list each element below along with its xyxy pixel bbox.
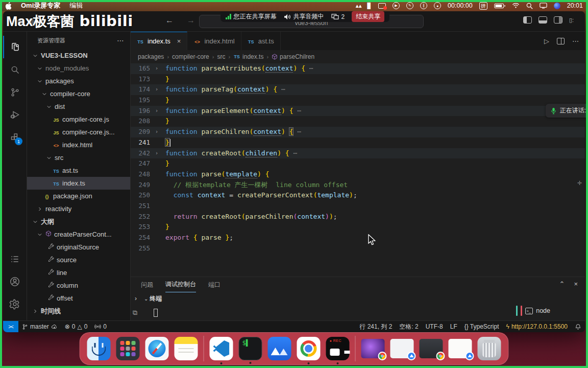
tree-item-dist[interactable]: dist (27, 100, 130, 113)
problems-indicator[interactable]: ⊗0 △0 (61, 321, 91, 332)
cursor-position[interactable]: 行 241, 列 2 (356, 321, 396, 332)
broadcast-indicator[interactable]: 0 (91, 321, 110, 332)
tree-item-ast.ts[interactable]: TSast.ts (27, 164, 130, 177)
tree-item-VUE3-LESSON[interactable]: VUE3-LESSON (27, 49, 130, 62)
app-dot-icon[interactable] (554, 2, 560, 10)
panel-tab-调试控制台[interactable]: 调试控制台 (165, 277, 196, 292)
tree-item-index.ts[interactable]: TSindex.ts (27, 177, 130, 190)
spotlight-search-icon[interactable] (526, 2, 533, 10)
launchpad-dock-icon[interactable] (116, 337, 140, 360)
accounts-icon[interactable] (3, 270, 27, 293)
record-circle-icon[interactable]: ● (434, 2, 441, 10)
max-app-dock-icon[interactable] (268, 337, 291, 360)
edit-circle-icon[interactable]: ✎ (406, 2, 413, 10)
toggle-panel-icon[interactable] (538, 16, 547, 24)
input-method-badge[interactable]: 拼 (479, 2, 487, 10)
play-circle-icon[interactable]: ▶ (393, 2, 400, 10)
breadcrumb-item-compiler-core[interactable]: compiler-core (172, 53, 209, 60)
drag-handle-icon[interactable]: ✛ (577, 178, 582, 187)
tab-ast.ts[interactable]: TS ast.ts (241, 32, 281, 50)
tree-item-offset[interactable]: offset (27, 292, 130, 305)
apple-menu-icon[interactable] (5, 2, 12, 10)
nav-back-icon[interactable]: ← (165, 16, 174, 25)
activity-search-icon[interactable] (3, 58, 27, 81)
code-line-209[interactable]: 209›function parseChilren(context) { ⋯ (131, 127, 585, 137)
code-line-250[interactable]: 250 const context = createParserContext(… (131, 190, 585, 201)
activity-outline-list-icon[interactable] (3, 248, 27, 270)
breadcrumb-item-src[interactable]: src (217, 53, 225, 60)
explorer-more-actions-icon[interactable]: ⋯ (117, 36, 124, 44)
terminal-section[interactable]: ⌄ 终端 (144, 294, 162, 303)
tree-item-source[interactable]: source (27, 254, 130, 266)
code-line-242[interactable]: 242›function createRoot(children) { ⋯ (131, 148, 585, 159)
terminal-body[interactable]: ⧉ >_ node (131, 305, 585, 320)
breadcrumb-item-index.ts[interactable]: TSindex.ts (233, 53, 263, 60)
trash-dock-icon[interactable] (478, 337, 501, 360)
encoding[interactable]: UTF-8 (422, 321, 447, 332)
toggle-secondary-sidebar-icon[interactable] (554, 16, 562, 24)
window-thumbnail[interactable] (361, 339, 385, 358)
fold-chevron-icon[interactable]: › (152, 63, 161, 74)
tree-item-createParserCont...[interactable]: createParserCont... (27, 228, 130, 241)
window-traffic-lights[interactable] (17, 18, 45, 25)
code-line-254[interactable]: 254export { parse }; (131, 233, 585, 243)
code-editor[interactable]: 165›function parseAtrributes(context) { … (131, 63, 585, 277)
tree-item-node_modules[interactable]: node_modules (27, 62, 130, 75)
panel-tab-端口[interactable]: 端口 (208, 277, 220, 292)
pause-circle-icon[interactable]: ∥ (420, 2, 427, 10)
panel-collapse-chevron-icon[interactable]: › (135, 295, 137, 302)
split-editor-icon[interactable] (557, 38, 565, 44)
tree-item-line[interactable]: line (27, 266, 130, 279)
code-line-241[interactable]: 241} (131, 137, 585, 148)
settings-gear-icon[interactable] (3, 293, 27, 315)
tree-item-index.html[interactable]: <>index.html (27, 139, 130, 151)
terminal-launch-icon[interactable]: ⧉ (133, 309, 137, 317)
code-line-252[interactable]: 252 return createRoot(parseChilren(conte… (131, 212, 585, 222)
breadcrumb-item-parseChilren[interactable]: parseChilren (272, 53, 314, 60)
vscode-dock-icon[interactable] (210, 337, 233, 360)
clock[interactable]: 20:01 (567, 2, 583, 10)
wifi-icon[interactable] (512, 2, 520, 10)
run-button[interactable]: ▷ (544, 37, 549, 45)
tree-item-reactivity[interactable]: reactivity (27, 202, 130, 215)
chrome-dock-icon[interactable] (297, 337, 321, 360)
panel-tab-问题[interactable]: 问题 (141, 277, 153, 292)
fold-chevron-icon[interactable]: › (152, 127, 161, 137)
tree-item-package.json[interactable]: {}package.json (27, 190, 130, 202)
window-thumbnail[interactable] (420, 339, 443, 358)
battery-icon[interactable] (494, 2, 505, 10)
tower-icon[interactable]: ▊ (368, 2, 372, 10)
notes-dock-icon[interactable] (175, 337, 198, 360)
code-line-174[interactable]: 174›function parseTag(context) { ⋯ (131, 84, 585, 95)
code-line-255[interactable]: 255 (131, 243, 585, 254)
code-line-173[interactable]: 173} (131, 74, 585, 85)
nav-forward-icon[interactable]: → (187, 16, 195, 25)
finder-dock-icon[interactable] (87, 337, 111, 360)
customize-layout-icon[interactable] (569, 16, 578, 24)
safari-dock-icon[interactable] (145, 337, 169, 360)
breadcrumb-item-packages[interactable]: packages (138, 53, 164, 60)
window-thumbnail[interactable] (390, 339, 414, 358)
display-icon[interactable] (540, 2, 547, 10)
language-mode[interactable]: {} TypeScript (461, 321, 503, 332)
toggle-sidebar-icon[interactable] (523, 16, 532, 24)
tree-item-src[interactable]: src (27, 151, 130, 164)
indentation[interactable]: 空格: 2 (396, 321, 422, 332)
activity-source-control-icon[interactable] (3, 81, 27, 103)
mountains-icon[interactable]: ▲▲ (355, 2, 361, 10)
stop-sharing-button[interactable]: 结束共享 (352, 11, 384, 22)
window-thumbnail[interactable] (449, 339, 472, 358)
terminal-tab-node[interactable]: >_ node (516, 306, 550, 316)
remote-indicator[interactable]: >< (3, 321, 18, 332)
tab-index.ts[interactable]: TS index.ts× (131, 32, 187, 50)
fold-chevron-icon[interactable]: › (152, 148, 161, 159)
terminal-dock-icon[interactable] (239, 337, 262, 360)
code-line-249[interactable]: 249 // 根据template 产生一棵树 line column offs… (131, 180, 585, 191)
tree-item-大纲[interactable]: 大纲 (27, 215, 130, 228)
screen-recorder-dock-icon[interactable] (326, 337, 350, 360)
panel-maximize-icon[interactable]: ⌃ (559, 280, 565, 288)
code-line-247[interactable]: 247} (131, 158, 585, 169)
tree-item-compiler-core[interactable]: compiler-core (27, 87, 130, 100)
tree-item-packages[interactable]: packages (27, 75, 130, 87)
tab-index.html[interactable]: <> index.html (187, 32, 241, 50)
